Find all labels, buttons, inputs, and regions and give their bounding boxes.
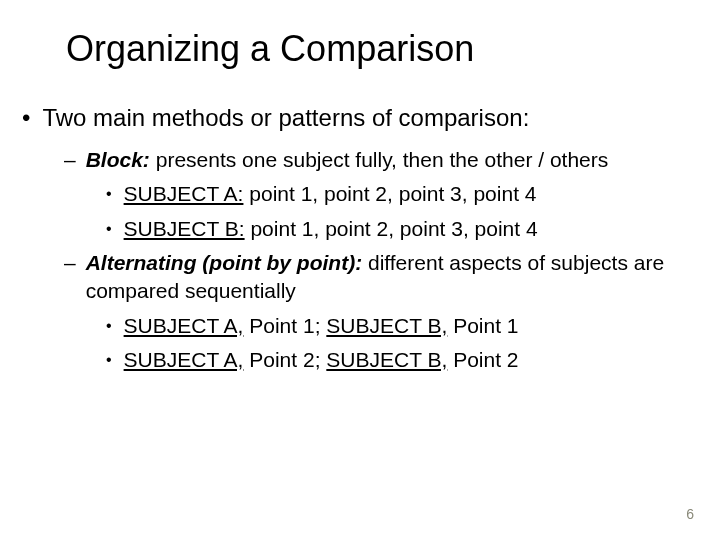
block-text: Block: presents one subject fully, then … (86, 146, 609, 174)
alternating-line-1-text: SUBJECT A, Point 1; SUBJECT B, Point 1 (124, 312, 519, 340)
alt2-subj-a: SUBJECT A, (124, 348, 244, 371)
alternating-line-2: • SUBJECT A, Point 2; SUBJECT B, Point 2 (106, 346, 670, 374)
subject-a-points: point 1, point 2, point 3, point 4 (243, 182, 536, 205)
subject-b-label: SUBJECT B: (124, 217, 245, 240)
page-number: 6 (686, 506, 694, 522)
main-bullet: • Two main methods or patterns of compar… (22, 104, 700, 132)
block-subject-a: • SUBJECT A: point 1, point 2, point 3, … (106, 180, 670, 208)
alt1-end: Point 1 (447, 314, 518, 337)
bullet-dot-icon: • (106, 180, 112, 208)
alternating-line-2-text: SUBJECT A, Point 2; SUBJECT B, Point 2 (124, 346, 519, 374)
alt1-subj-b: SUBJECT B, (326, 314, 447, 337)
alternating-line-1: • SUBJECT A, Point 1; SUBJECT B, Point 1 (106, 312, 670, 340)
block-subject-a-text: SUBJECT A: point 1, point 2, point 3, po… (124, 180, 537, 208)
block-label: Block: (86, 148, 150, 171)
bullet-dot-icon: • (106, 346, 112, 374)
alternating-label: Alternating (point by point): (86, 251, 362, 274)
alt1-subj-a: SUBJECT A, (124, 314, 244, 337)
block-subject-b: • SUBJECT B: point 1, point 2, point 3, … (106, 215, 670, 243)
alternating-method: – Alternating (point by point): differen… (64, 249, 670, 306)
subject-b-points: point 1, point 2, point 3, point 4 (245, 217, 538, 240)
block-subject-b-text: SUBJECT B: point 1, point 2, point 3, po… (124, 215, 538, 243)
alt1-mid: Point 1; (243, 314, 326, 337)
bullet-dot-icon: • (106, 312, 112, 340)
dash-icon: – (64, 146, 76, 174)
main-bullet-text: Two main methods or patterns of comparis… (42, 104, 529, 132)
alternating-text: Alternating (point by point): different … (86, 249, 670, 306)
bullet-dot-icon: • (106, 215, 112, 243)
dash-icon: – (64, 249, 76, 277)
slide: Organizing a Comparison • Two main metho… (0, 0, 720, 540)
subject-a-label: SUBJECT A: (124, 182, 244, 205)
alt2-end: Point 2 (447, 348, 518, 371)
bullet-dot-icon: • (22, 104, 30, 132)
alt2-mid: Point 2; (243, 348, 326, 371)
slide-title: Organizing a Comparison (66, 28, 700, 70)
alt2-subj-b: SUBJECT B, (326, 348, 447, 371)
block-desc: presents one subject fully, then the oth… (150, 148, 608, 171)
block-method: – Block: presents one subject fully, the… (64, 146, 670, 174)
